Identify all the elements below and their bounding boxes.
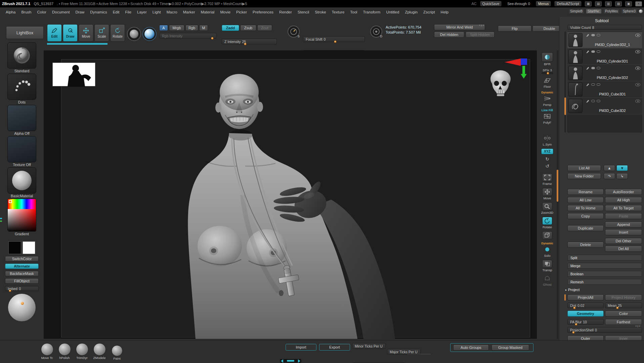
visibility-eye-icon[interactable] [635,50,640,53]
brush-shortcut[interactable]: ZModele [92,343,107,360]
boolean-section-button[interactable]: Boolean [567,271,642,277]
subtool-list-scrollbar-thumb[interactable] [564,97,566,115]
xyz-symmetry-button[interactable]: XYZ [541,149,553,154]
menu-item-untitled[interactable]: Untitled [384,9,401,15]
timeline-scroll-widget[interactable] [280,359,302,363]
list-all-button[interactable]: List All [567,165,601,171]
texture-toggle-icon[interactable] [597,34,600,36]
current-brush-preview-icon[interactable] [127,27,141,41]
xpose-button[interactable] [542,231,552,239]
brush-shortcut[interactable]: TrimDyr [75,343,89,360]
menu-item-material[interactable]: Material [199,9,217,15]
minor-ticks-slider[interactable]: Minor Ticks Per U [352,343,386,349]
auto-reorder-button[interactable]: AutoReorder [605,189,642,195]
auto-groups-button[interactable]: Auto Groups [453,345,489,351]
brush-shortcut[interactable]: Move Tc [40,343,54,360]
z-intensity-slider[interactable]: Z Intensity 25 [222,39,277,44]
del-all-button[interactable]: Del All [605,246,642,252]
menu-item-layer[interactable]: Layer [135,9,149,15]
document-preview-thumbnail[interactable] [52,63,95,86]
subtool-row[interactable]: PM3D_Cylinder3D2_1 [567,32,642,48]
merge-section-button[interactable]: Merge [567,263,642,269]
mean-slider[interactable]: Mean25 [605,302,642,308]
layout-four-icon[interactable]: ▧ [615,1,622,6]
polyframe-toggle[interactable]: Line Fill PolyF [542,109,553,124]
sculpture-3d-model[interactable] [44,50,537,339]
visibility-eye-icon[interactable] [635,34,640,37]
menus-button[interactable]: Menus [536,1,551,6]
transp-toggle[interactable]: Transp [542,260,552,272]
project-all-button[interactable]: ProjectAll [567,294,604,300]
color-picker-area[interactable] [7,199,36,232]
move-up-button[interactable]: ▲ [604,165,615,171]
sculpt-canvas[interactable] [44,50,537,339]
visibility-eye-icon[interactable] [635,99,640,103]
mrgb-button[interactable]: Mrgb [169,25,184,31]
menu-item-help[interactable]: Help [438,9,451,15]
visible-count-slider[interactable]: Visible Count 8 [567,25,642,30]
sphere-tool-icon[interactable] [639,9,643,13]
secondary-color-swatch[interactable] [23,241,35,254]
menu-item-texture[interactable]: Texture [330,9,347,15]
subtool-palette-header[interactable]: Subtool [559,18,644,23]
slider-knob[interactable] [9,289,11,292]
stroke-thumbnail[interactable] [7,74,36,100]
subtool-row[interactable]: PM3D_Cylinder3D2 [567,65,642,81]
uv-toggle-icon[interactable] [591,100,595,102]
spix-track[interactable] [542,72,553,74]
dynamic-dial-icon[interactable]: D [370,26,382,38]
new-folder-button[interactable]: New Folder [567,173,601,179]
delete-button[interactable]: Delete [567,242,604,248]
uv-toggle-icon[interactable] [591,34,595,36]
shrink-window-icon[interactable]: ▣ [625,1,632,6]
menu-item-brush[interactable]: Brush [19,9,34,15]
uv-toggle-icon[interactable] [591,50,595,53]
subtool-thumbnail[interactable] [568,49,583,64]
all-to-target-button[interactable]: All To Target [605,205,642,211]
tray-divider-marker-green[interactable] [0,220,2,222]
brush-selector[interactable]: Standard [7,42,36,74]
subtool-thumbnail[interactable] [568,99,583,113]
dist-slider[interactable]: Dist0.02 [567,302,604,308]
projection-shell-slider[interactable]: ProjectionShell0 x y z [567,327,642,333]
texture-selector[interactable]: Texture Off [7,136,36,167]
uv-toggle-icon[interactable] [591,83,595,86]
menu-item-preferences[interactable]: Preferences [250,9,276,15]
close-icon[interactable]: × [635,1,642,6]
pa-blur-slider[interactable]: PA Blur10 [567,319,604,325]
menu-item-stroke[interactable]: Stroke [312,9,328,15]
zoom3d-button[interactable]: Zoom3D [541,202,553,214]
brush-thumbnail[interactable] [7,42,36,69]
zsub-button[interactable]: Zsub [240,25,256,31]
remesh-section-button[interactable]: Remesh [567,279,642,285]
lightbox-button[interactable]: LightBox [6,26,44,39]
brush-shortcut[interactable]: hPolish [57,343,72,360]
menu-item-render[interactable]: Render [277,9,294,15]
spin-clockwise-icon[interactable]: ↻ [545,157,549,161]
color-picker[interactable]: Gradient [7,199,36,237]
insert-button[interactable]: Insert [605,229,642,235]
material-thumbnail[interactable] [7,167,36,194]
slider-knob[interactable] [211,37,214,40]
shelf-chip-polymesh[interactable]: PolyMes [603,9,619,14]
subtool-row[interactable]: PM3D_Cube3D1 [567,81,642,98]
export-button[interactable]: Export [319,344,350,351]
ghost-toggle[interactable]: Ghost [542,274,552,286]
layout-three-icon[interactable]: ▥ [605,1,612,6]
edit-mode-button[interactable]: Edit [47,24,62,42]
shelf-chip-sphere3d[interactable]: Sphere3 [621,9,637,14]
persp-toggle[interactable]: Dynamic Persp [541,91,553,107]
menu-item-document[interactable]: Document [50,9,72,15]
spix-slider[interactable]: SPix 3 [542,68,553,74]
quicksave-button[interactable]: QuickSave [480,1,502,6]
tray-divider-marker-cyan[interactable] [0,218,2,219]
draw-mode-button[interactable]: Draw [63,24,78,42]
menu-item-file[interactable]: File [123,9,134,15]
alternate-button[interactable]: Alternate [5,264,39,269]
del-other-button[interactable]: Del Other [605,238,642,244]
menu-item-light[interactable]: Light [150,9,163,15]
copy-button[interactable]: Copy [567,213,604,219]
menu-item-draw[interactable]: Draw [73,9,87,15]
alpha-channel-button[interactable]: A [159,25,168,31]
rotate-mode-button[interactable]: Rotate [110,24,125,42]
